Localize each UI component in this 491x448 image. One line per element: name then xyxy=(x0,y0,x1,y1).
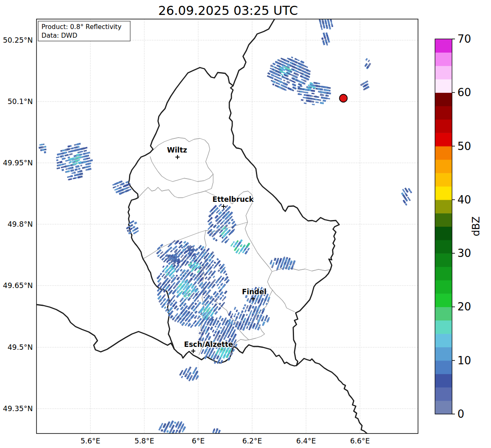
y-tick-label: 50.25°N xyxy=(3,36,33,44)
x-tick-label: 6.6°E xyxy=(350,437,370,445)
y-tick-label: 49.8°N xyxy=(7,220,33,228)
y-tick-label: 49.35°N xyxy=(3,404,33,413)
colorbar-segment xyxy=(435,39,452,53)
colorbar-segment xyxy=(435,133,452,146)
colorbar-segment xyxy=(435,293,452,307)
colorbar-axis-label: dBZ xyxy=(470,216,482,236)
y-tick-label: 49.5°N xyxy=(7,343,33,351)
colorbar-segment xyxy=(435,173,452,186)
colorbar-tick-label: 30 xyxy=(457,247,471,259)
colorbar-segment xyxy=(435,334,452,347)
colorbar-segment xyxy=(435,227,452,240)
info-box: Product: 0.8° Reflectivity Data: DWD xyxy=(38,21,130,41)
plot-title: 26.09.2025 03:25 UTC xyxy=(158,3,298,18)
info-box-product-line: Product: 0.8° Reflectivity xyxy=(41,23,122,31)
colorbar-segment xyxy=(435,160,452,173)
x-tick-label: 5.8°E xyxy=(134,437,154,445)
colorbar-tick-label: 0 xyxy=(457,408,464,420)
radar-map-window: WiltzEttelbruckFindelEsch/Alzette Produc… xyxy=(0,0,491,448)
colorbar-segment xyxy=(435,361,452,374)
colorbar-segment xyxy=(435,213,452,227)
colorbar-segment xyxy=(435,52,452,66)
colorbar-segment xyxy=(435,401,452,414)
colorbar-segment xyxy=(435,240,452,254)
colorbar-tick-label: 10 xyxy=(457,354,471,367)
colorbar-tick-label: 40 xyxy=(457,194,471,206)
colorbar-segment xyxy=(435,66,452,80)
colorbar-tick-label: 50 xyxy=(457,140,471,153)
y-tick-label: 50.1°N xyxy=(7,97,33,106)
colorbar-segment xyxy=(435,200,452,213)
y-tick-label: 49.95°N xyxy=(3,159,33,167)
colorbar-segment xyxy=(435,186,452,200)
radar-map-canvas: WiltzEttelbruckFindelEsch/Alzette Produc… xyxy=(0,0,491,448)
colorbar-segment xyxy=(435,106,452,120)
radar-site-dot xyxy=(340,94,348,102)
city-label: Findel xyxy=(242,288,266,296)
colorbar-segment xyxy=(435,307,452,320)
colorbar-segment xyxy=(435,79,452,93)
y-tick-label: 49.65°N xyxy=(3,281,33,290)
x-tick-label: 6°E xyxy=(192,437,205,445)
city-label: Wiltz xyxy=(167,146,187,154)
colorbar-segment xyxy=(435,374,452,387)
colorbar-segment xyxy=(435,266,452,280)
city-label: Ettelbruck xyxy=(212,195,254,203)
colorbar-tick-label: 20 xyxy=(457,300,471,313)
colorbar-tick-label: 70 xyxy=(457,33,471,45)
colorbar-segment xyxy=(435,253,452,267)
colorbar-segment xyxy=(435,146,452,160)
colorbar-segment xyxy=(435,280,452,294)
x-tick-label: 6.2°E xyxy=(242,437,262,445)
city-label: Esch/Alzette xyxy=(184,340,233,349)
colorbar-segment xyxy=(435,387,452,401)
colorbar-segment xyxy=(435,347,452,361)
colorbar-tick-label: 60 xyxy=(457,86,471,99)
info-box-data-line: Data: DWD xyxy=(41,32,77,39)
x-tick-label: 5.6°E xyxy=(80,437,100,445)
radar-site-marker xyxy=(340,94,348,102)
colorbar-segment xyxy=(435,92,452,106)
colorbar-segment xyxy=(435,320,452,334)
colorbar-segment xyxy=(435,119,452,133)
x-tick-label: 6.4°E xyxy=(296,437,316,445)
